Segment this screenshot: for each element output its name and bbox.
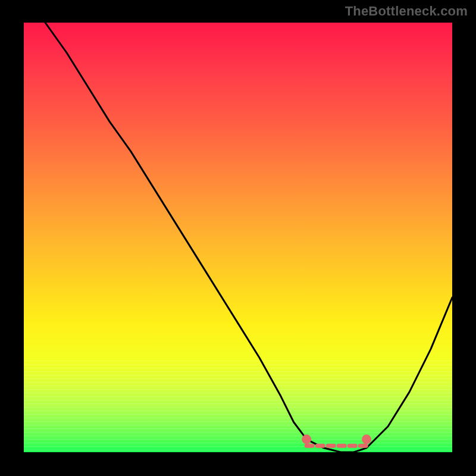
heat-gradient [24,23,452,452]
plot-area [24,23,452,452]
chart-frame: TheBottleneck.com [0,0,476,476]
attribution-label: TheBottleneck.com [345,4,468,19]
